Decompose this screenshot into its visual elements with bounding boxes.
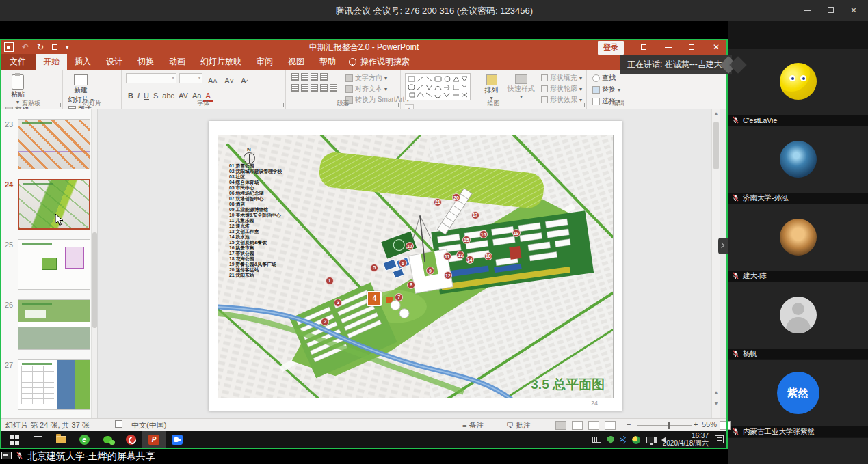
clipboard-dialog-launcher-icon[interactable]	[56, 103, 61, 107]
participant-tile[interactable]: 建大-陈	[728, 204, 868, 282]
ppt-restore-icon[interactable]	[681, 39, 702, 56]
increase-font-icon[interactable]: A˄	[206, 77, 220, 85]
language-indicator[interactable]: 中文(中国)	[131, 420, 166, 431]
zoom-slider[interactable]	[637, 425, 692, 426]
participant-tile-partial	[728, 438, 868, 464]
slide-thumbnail-26[interactable]	[18, 299, 90, 350]
screenshare-banner-text: 北京建筑大学-王烨的屏幕共享	[27, 450, 155, 463]
minimize-icon[interactable]	[800, 3, 815, 18]
taskbar-wechat-icon[interactable]	[96, 431, 119, 449]
fit-to-window-icon[interactable]	[720, 421, 731, 430]
participant-tile[interactable]: 杨帆	[728, 282, 868, 359]
align-left-icon[interactable]	[291, 84, 299, 92]
ribbon-tab-3[interactable]: 插入	[67, 54, 98, 70]
align-center-icon[interactable]	[301, 84, 308, 92]
justify-icon[interactable]	[320, 84, 328, 92]
paragraph-dialog-launcher-icon[interactable]	[394, 103, 399, 107]
taskbar-explorer-icon[interactable]	[49, 431, 73, 449]
ribbon-tab-2[interactable]: 开始	[36, 54, 67, 70]
slide-sorter-icon[interactable]	[572, 421, 583, 430]
previous-slide-icon[interactable]: ▲	[712, 388, 720, 398]
tray-bluetooth-icon[interactable]	[620, 436, 626, 444]
thumbnail-number: 23	[5, 120, 13, 128]
taskbar-tencent-meeting-icon[interactable]	[166, 431, 189, 449]
sidebar-collapse-handle[interactable]	[718, 238, 728, 254]
participant-tile[interactable]: 紫然内蒙古工业大学张紫然	[728, 360, 868, 437]
shapes-gallery[interactable]	[405, 73, 471, 100]
slide-thumbnail-25[interactable]	[18, 239, 90, 290]
clear-format-icon[interactable]: A̷	[239, 77, 248, 85]
find-button[interactable]: 查找	[592, 73, 620, 83]
map-marker-13: 13	[456, 251, 464, 259]
next-slide-icon[interactable]: ▼	[712, 399, 720, 409]
tray-safety-dot-icon[interactable]	[632, 436, 640, 444]
thumbnail-caption-bar	[22, 303, 52, 305]
ribbon-tab-4[interactable]: 设计	[98, 54, 130, 70]
thumbnail-scrollbar[interactable]	[91, 109, 97, 418]
map-marker-4: 4	[367, 291, 382, 306]
ribbon-tab-7[interactable]: 幻灯片放映	[193, 54, 249, 70]
normal-view-icon[interactable]	[555, 421, 566, 430]
drawing-dialog-launcher-icon[interactable]	[580, 103, 585, 107]
slide-thumbnail-27[interactable]	[18, 359, 90, 410]
login-button[interactable]: 登录	[598, 41, 624, 55]
ribbon-tab-9[interactable]: 视图	[280, 54, 312, 70]
replace-button[interactable]: 替换▾	[592, 85, 620, 94]
zoom-level[interactable]: 55%	[702, 420, 717, 428]
text-direction-button[interactable]: 文字方向▾	[345, 73, 409, 83]
drawing-group: ▴▾▿ 排列▾ 快速样式▾ 形状填充▾ 形状轮廓▾	[401, 70, 587, 109]
bullets-icon[interactable]	[291, 73, 299, 81]
font-name-combo[interactable]	[126, 73, 176, 83]
ribbon-tab-1[interactable]: 文件	[0, 54, 36, 70]
notes-button[interactable]: ≡ 备注	[462, 420, 484, 431]
spellcheck-icon[interactable]	[115, 420, 122, 428]
tray-keyboard-icon[interactable]	[592, 437, 601, 443]
font-dialog-launcher-icon[interactable]	[279, 103, 284, 107]
ribbon-tab-8[interactable]: 审阅	[249, 54, 280, 70]
indent-icon[interactable]	[311, 73, 318, 81]
thumbnail-number: 27	[5, 361, 13, 369]
ribbon-tab-6[interactable]: 动画	[161, 54, 193, 70]
columns-icon[interactable]	[330, 84, 337, 92]
decrease-font-icon[interactable]: A˅	[222, 77, 236, 85]
line-spacing-icon[interactable]	[320, 73, 328, 81]
map-marker-5: 5	[370, 264, 378, 272]
zoom-in-icon[interactable]: +	[694, 420, 698, 428]
taskbar-start-icon[interactable]	[3, 431, 26, 449]
windows-taskbar: eP 16:37 2020/4/18/周六	[0, 431, 728, 449]
slide-canvas[interactable]: N 01 滑雪公园02 沈阳城市建设管理学校03 社区04 综合体育场05 市民…	[209, 121, 622, 411]
ppt-minimize-icon[interactable]	[658, 39, 679, 56]
tray-security-shield-icon[interactable]	[607, 436, 614, 444]
zoom-out-icon[interactable]: −	[627, 420, 631, 428]
ppt-close-icon[interactable]: ✕	[706, 39, 726, 56]
slide-counter: 幻灯片 第 24 张, 共 37 张	[5, 420, 90, 431]
action-center-icon[interactable]	[715, 435, 724, 443]
ribbon-display-options-icon[interactable]	[633, 39, 654, 56]
participant-tile[interactable]: 济南大学-孙泓	[728, 126, 868, 204]
close-icon[interactable]: ✕	[846, 3, 861, 18]
taskbar-powerpoint-icon[interactable]: P	[142, 431, 166, 449]
maximize-icon[interactable]	[823, 3, 838, 18]
ribbon-tab-10[interactable]: 帮助	[312, 54, 343, 70]
taskbar-netease-music-icon[interactable]	[119, 431, 142, 449]
shared-screen: ↶ ↻ ▾ 中期汇报整合2.0 - PowerPoint 登录 ✕ 文件开始插入…	[0, 39, 728, 449]
numbering-icon[interactable]	[301, 73, 308, 81]
slide-thumbnail-24[interactable]	[18, 179, 90, 230]
font-size-combo[interactable]	[179, 73, 202, 83]
slideshow-icon[interactable]	[605, 421, 616, 430]
taskbar-task-view-icon[interactable]	[26, 431, 49, 449]
reading-view-icon[interactable]	[588, 421, 599, 430]
shape-fill-button[interactable]: 形状填充▾	[541, 73, 582, 83]
taskbar-browser-360-icon[interactable]: e	[73, 431, 96, 449]
mic-muted-icon	[732, 428, 739, 437]
align-right-icon[interactable]	[311, 84, 318, 92]
tellme-search[interactable]: 操作说明搜索	[343, 54, 415, 70]
align-text-button[interactable]: 对齐文本▾	[345, 84, 409, 94]
editor-scrollbar[interactable]: ▲ ▲ ▼	[711, 109, 720, 418]
shape-outline-button[interactable]: 形状轮廓▾	[541, 84, 582, 94]
taskbar-clock[interactable]: 16:37 2020/4/18/周六	[663, 432, 709, 447]
comments-button[interactable]: 🗨 批注	[506, 420, 531, 431]
slide-thumbnail-23[interactable]	[18, 119, 90, 169]
ribbon-tab-5[interactable]: 切换	[130, 54, 161, 70]
participant-name: 济南大学-孙泓	[743, 193, 789, 203]
